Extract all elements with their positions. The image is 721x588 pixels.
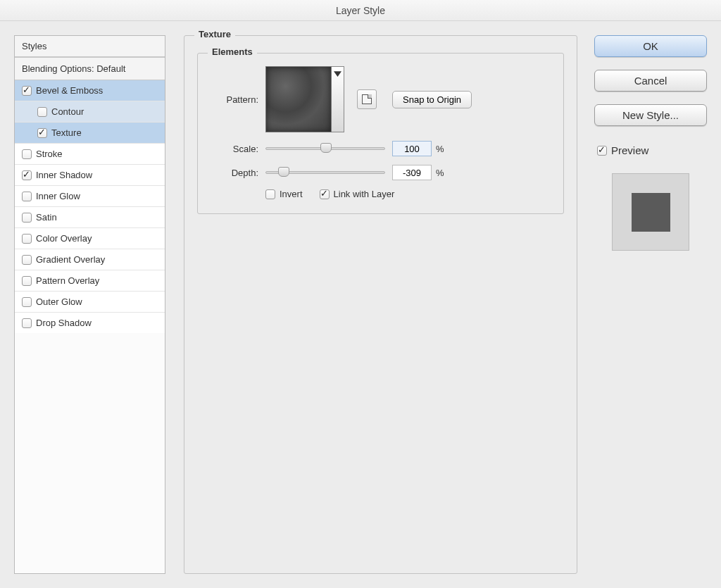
preview-swatch-fill [632, 193, 670, 232]
style-label: Pattern Overlay [36, 275, 99, 286]
style-label: Inner Glow [36, 191, 80, 201]
link-label: Link with Layer [334, 189, 395, 199]
style-row-bevel-emboss[interactable]: Bevel & Emboss [15, 80, 165, 101]
style-row-stroke[interactable]: Stroke [15, 144, 165, 165]
svg-marker-0 [334, 71, 341, 77]
checkbox-color-overlay[interactable] [22, 234, 32, 244]
style-row-drop-shadow[interactable]: Drop Shadow [15, 313, 165, 333]
style-row-pattern-overlay[interactable]: Pattern Overlay [15, 270, 165, 292]
style-row-inner-glow[interactable]: Inner Glow [15, 186, 165, 207]
depth-slider[interactable] [265, 166, 385, 179]
new-style-button[interactable]: New Style... [594, 104, 707, 126]
style-label: Contour [51, 106, 84, 117]
checkbox-link-with-layer[interactable] [320, 189, 330, 199]
blending-options-row[interactable]: Blending Options: Default [15, 57, 165, 80]
style-row-color-overlay[interactable]: Color Overlay [15, 228, 165, 249]
style-label: Gradient Overlay [36, 254, 105, 265]
snap-to-origin-button[interactable]: Snap to Origin [392, 91, 472, 108]
depth-unit: % [436, 168, 444, 178]
checkbox-satin[interactable] [22, 213, 32, 223]
new-preset-icon [362, 94, 372, 104]
scale-unit: % [436, 144, 444, 154]
preview-label: Preview [611, 144, 648, 156]
checkbox-stroke[interactable] [22, 149, 32, 159]
style-row-gradient-overlay[interactable]: Gradient Overlay [15, 249, 165, 270]
options-row: Invert Link with Layer [265, 189, 549, 199]
style-row-contour[interactable]: Contour [15, 101, 165, 123]
elements-legend: Elements [208, 46, 257, 57]
style-label: Color Overlay [36, 233, 92, 244]
checkbox-gradient-overlay[interactable] [22, 255, 32, 265]
texture-legend: Texture [194, 29, 235, 39]
checkbox-invert[interactable] [265, 189, 275, 199]
depth-label: Depth: [212, 168, 258, 178]
style-label: Satin [36, 212, 57, 223]
checkbox-preview[interactable] [597, 146, 607, 156]
style-label: Drop Shadow [36, 318, 92, 328]
checkbox-texture[interactable] [37, 128, 47, 138]
cancel-button[interactable]: Cancel [594, 70, 707, 92]
style-row-texture[interactable]: Texture [15, 123, 165, 144]
pattern-thumbnail[interactable] [265, 66, 332, 132]
checkbox-pattern-overlay[interactable] [22, 276, 32, 286]
pattern-label: Pattern: [212, 94, 258, 105]
checkbox-inner-shadow[interactable] [22, 170, 32, 180]
chevron-down-icon [334, 70, 341, 77]
scale-input[interactable] [392, 141, 432, 156]
checkbox-inner-glow[interactable] [22, 192, 32, 201]
style-label: Outer Glow [36, 296, 82, 307]
preview-toggle[interactable]: Preview [597, 144, 707, 156]
invert-option[interactable]: Invert [265, 189, 303, 199]
texture-fieldset: Texture Elements Pattern: Snap to Origin… [184, 35, 577, 574]
scale-row: Scale: % [212, 141, 549, 156]
link-with-layer-option[interactable]: Link with Layer [320, 189, 395, 199]
scale-label: Scale: [212, 144, 258, 154]
settings-column: Texture Elements Pattern: Snap to Origin… [165, 35, 594, 574]
checkbox-contour[interactable] [37, 107, 47, 117]
elements-fieldset: Elements Pattern: Snap to Origin Scale: [197, 53, 564, 214]
style-label: Bevel & Emboss [36, 85, 103, 96]
preview-swatch [612, 173, 689, 251]
style-row-inner-shadow[interactable]: Inner Shadow [15, 165, 165, 186]
style-label: Stroke [36, 149, 63, 159]
style-label: Inner Shadow [36, 170, 92, 180]
styles-header[interactable]: Styles [15, 36, 165, 57]
depth-input[interactable] [392, 165, 432, 180]
pattern-row: Pattern: Snap to Origin [212, 66, 549, 132]
checkbox-bevel-emboss[interactable] [22, 86, 32, 96]
action-column: OK Cancel New Style... Preview [594, 35, 707, 574]
new-preset-button[interactable] [357, 89, 377, 109]
style-row-satin[interactable]: Satin [15, 207, 165, 228]
scale-slider[interactable] [265, 142, 385, 155]
window-title: Layer Style [0, 0, 721, 21]
style-row-outer-glow[interactable]: Outer Glow [15, 292, 165, 313]
checkbox-drop-shadow[interactable] [22, 318, 32, 328]
invert-label: Invert [280, 189, 303, 199]
dialog-body: Styles Blending Options: Default Bevel &… [0, 21, 721, 588]
style-label: Texture [51, 127, 82, 138]
depth-row: Depth: % [212, 165, 549, 180]
pattern-dropdown-button[interactable] [332, 66, 344, 132]
styles-panel: Styles Blending Options: Default Bevel &… [14, 35, 165, 574]
checkbox-outer-glow[interactable] [22, 297, 32, 307]
ok-button[interactable]: OK [594, 35, 707, 57]
